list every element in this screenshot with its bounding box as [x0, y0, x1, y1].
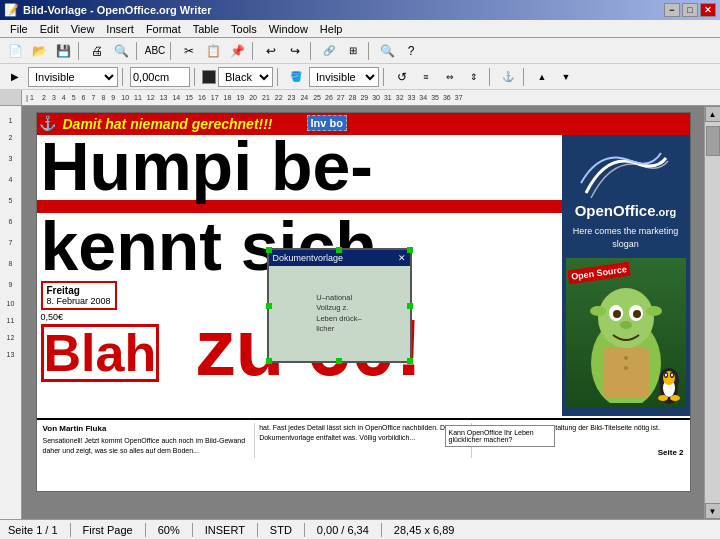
- menu-table[interactable]: Table: [187, 20, 225, 37]
- handle-mr[interactable]: [407, 303, 413, 309]
- send-back-button[interactable]: ▼: [555, 66, 577, 88]
- open-button[interactable]: 📂: [28, 40, 50, 62]
- zoom-level: 60%: [158, 524, 180, 536]
- handle-tl[interactable]: [266, 247, 272, 253]
- measure-input[interactable]: [130, 67, 190, 87]
- table-button[interactable]: ⊞: [342, 40, 364, 62]
- undo-button[interactable]: ↩: [260, 40, 282, 62]
- insert-mode: INSERT: [205, 524, 245, 536]
- menu-format[interactable]: Format: [140, 20, 187, 37]
- float-content: U–national Vollzug z. Leben drück– liche…: [269, 266, 410, 361]
- scroll-up-button[interactable]: ▲: [705, 106, 721, 122]
- invbo-selection[interactable]: Inv bo: [307, 115, 347, 131]
- handle-ml[interactable]: [266, 303, 272, 309]
- page-style: First Page: [83, 524, 133, 536]
- spellcheck-button[interactable]: ABC: [144, 40, 166, 62]
- main-toolbar: 📄 📂 💾 🖨 🔍 ABC ✂ 📋 📌 ↩ ↪ 🔗 ⊞ 🔍 ?: [0, 38, 720, 64]
- app-icon: 📝: [4, 3, 19, 17]
- zoom-in-button[interactable]: 🔍: [376, 40, 398, 62]
- svg-point-22: [670, 395, 680, 401]
- copy-button[interactable]: 📋: [202, 40, 224, 62]
- newspaper-page: ⚓ Inv bo Damit hat niemand gerechnet!!! …: [36, 112, 691, 492]
- fmt-sep-2: [194, 68, 198, 86]
- menu-window[interactable]: Window: [263, 20, 314, 37]
- minimize-button[interactable]: −: [664, 3, 680, 17]
- invisible-select[interactable]: Invisible: [309, 67, 379, 87]
- toolbar-sep-2: [136, 42, 140, 60]
- headline-line1: Humpi be-: [37, 135, 562, 198]
- print-button[interactable]: 🖨: [86, 40, 108, 62]
- svg-point-19: [671, 374, 673, 377]
- title-bar: 📝 Bild-Vorlage - OpenOffice.org Writer −…: [0, 0, 720, 20]
- cut-button[interactable]: ✂: [178, 40, 200, 62]
- status-sep-6: [381, 523, 382, 537]
- window-title: Bild-Vorlage - OpenOffice.org Writer: [23, 4, 211, 16]
- svg-rect-9: [603, 348, 649, 398]
- toolbar-sep-3: [170, 42, 174, 60]
- menu-view[interactable]: View: [65, 20, 101, 37]
- flip-h-button[interactable]: ⇔: [439, 66, 461, 88]
- scroll-track[interactable]: [705, 122, 720, 503]
- shrek-area: Open Source: [566, 258, 686, 408]
- svg-point-11: [624, 366, 628, 370]
- oo-tagline: Here comes the marketing slogan: [570, 225, 682, 250]
- redo-button[interactable]: ↪: [284, 40, 306, 62]
- svg-point-2: [590, 306, 606, 316]
- vertical-scrollbar: ▲ ▼: [704, 106, 720, 519]
- text-col-2: hat. Fast jedes Detail lässt sich in Ope…: [255, 423, 472, 458]
- align-left-button[interactable]: ≡: [415, 66, 437, 88]
- title-bar-left: 📝 Bild-Vorlage - OpenOffice.org Writer: [4, 3, 211, 17]
- handle-bm[interactable]: [336, 358, 342, 364]
- coord1: 0,00 / 6,34: [317, 524, 369, 536]
- preview-button[interactable]: 🔍: [110, 40, 132, 62]
- bring-front-button[interactable]: ▲: [531, 66, 553, 88]
- blah-text: Blah: [44, 324, 157, 382]
- paint-button[interactable]: 🪣: [285, 66, 307, 88]
- toolbar-sep-5: [310, 42, 314, 60]
- style-button[interactable]: ▶: [4, 66, 26, 88]
- new-button[interactable]: 📄: [4, 40, 26, 62]
- oo-panel: OpenOffice.org Here comes the marketing …: [562, 135, 690, 416]
- close-button[interactable]: ✕: [700, 3, 716, 17]
- handle-bl[interactable]: [266, 358, 272, 364]
- menu-file[interactable]: File: [4, 20, 34, 37]
- paste-button[interactable]: 📌: [226, 40, 248, 62]
- menu-help[interactable]: Help: [314, 20, 349, 37]
- anchor-select-button[interactable]: ⚓: [497, 66, 519, 88]
- style-select[interactable]: Invisible: [28, 67, 118, 87]
- document-scroll[interactable]: ⚓ Inv bo Damit hat niemand gerechnet!!! …: [22, 106, 704, 519]
- handle-tr[interactable]: [407, 247, 413, 253]
- svg-point-10: [624, 356, 628, 360]
- svg-point-6: [613, 310, 621, 318]
- status-sep-5: [304, 523, 305, 537]
- fmt-sep-4: [383, 68, 387, 86]
- linux-tux-icon: [654, 368, 684, 406]
- refresh-button[interactable]: ↺: [391, 66, 413, 88]
- menu-edit[interactable]: Edit: [34, 20, 65, 37]
- scroll-thumb[interactable]: [706, 126, 720, 156]
- scroll-down-button[interactable]: ▼: [705, 503, 721, 519]
- title-bar-controls: − □ ✕: [664, 3, 716, 17]
- oo-bird-graphic: [576, 143, 676, 203]
- format-toolbar: ▶ Invisible Black 🪣 Invisible ↺ ≡ ⇔ ⇕ ⚓ …: [0, 64, 720, 90]
- handle-tm[interactable]: [336, 247, 342, 253]
- flip-v-button[interactable]: ⇕: [463, 66, 485, 88]
- save-button[interactable]: 💾: [52, 40, 74, 62]
- toolbar-sep-1: [78, 42, 82, 60]
- status-sep-4: [257, 523, 258, 537]
- fmt-sep-3: [277, 68, 281, 86]
- menu-tools[interactable]: Tools: [225, 20, 263, 37]
- color-select[interactable]: Black: [218, 67, 273, 87]
- handle-br[interactable]: [407, 358, 413, 364]
- help-button[interactable]: ?: [400, 40, 422, 62]
- svg-point-7: [633, 310, 641, 318]
- status-bar: Seite 1 / 1 First Page 60% INSERT STD 0,…: [0, 519, 720, 539]
- maximize-button[interactable]: □: [682, 3, 698, 17]
- svg-point-21: [658, 395, 668, 401]
- menu-insert[interactable]: Insert: [100, 20, 140, 37]
- col1-text: Sensationell! Jetzt kommt OpenOffice auc…: [43, 437, 246, 454]
- floating-image[interactable]: Dokumentvorlage ✕ U–national Vollzug z. …: [267, 248, 412, 363]
- hyperlink-button[interactable]: 🔗: [318, 40, 340, 62]
- ruler-container: | 1 2 3 4 5 6 7 8 9 10 11 12 13 14 15 16…: [0, 90, 720, 106]
- bottom-columns: Von Martin Fluka Sensationell! Jetzt kom…: [37, 418, 690, 461]
